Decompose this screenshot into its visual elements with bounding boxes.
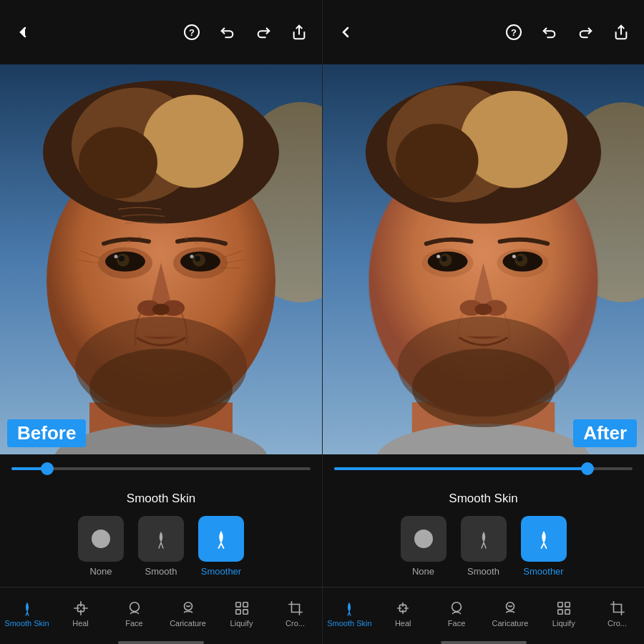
nav-caricature-icon-right	[502, 600, 518, 616]
undo-button-right[interactable]	[540, 22, 560, 42]
option-smoother-icon-right	[521, 516, 567, 562]
svg-point-20	[195, 256, 200, 262]
svg-rect-77	[565, 602, 570, 607]
nav-heal-left[interactable]: Heal	[54, 600, 107, 628]
svg-point-65	[512, 255, 516, 258]
control-title-right: Smooth Skin	[323, 492, 644, 506]
nav-face-icon-left	[127, 600, 142, 616]
control-title-left: Smooth Skin	[0, 492, 322, 506]
help-button-left[interactable]: ?	[182, 22, 202, 42]
back-button-left[interactable]	[13, 22, 33, 42]
image-area-left: Before	[0, 64, 322, 454]
option-buttons-left: None Smooth	[0, 516, 322, 577]
nav-smooth-skin-icon-right	[341, 600, 357, 616]
option-smooth-left[interactable]: Smooth	[138, 516, 184, 577]
svg-rect-76	[557, 602, 562, 607]
nav-crop-icon-right	[610, 600, 625, 616]
slider-fill-right	[334, 467, 587, 470]
nav-crop-label-left: Cro...	[286, 619, 305, 628]
svg-rect-41	[235, 610, 240, 614]
nav-liquify-right[interactable]: Liquify	[537, 600, 590, 628]
svg-point-68	[475, 303, 492, 315]
svg-point-54	[461, 91, 568, 188]
nav-caricature-left[interactable]: Caricature	[161, 600, 215, 628]
svg-text:?: ?	[511, 27, 517, 38]
nav-liquify-label-left: Liquify	[230, 619, 253, 628]
option-none-left[interactable]: None	[78, 516, 124, 577]
nav-smooth-skin-label-left: Smooth Skin	[4, 619, 49, 628]
nav-liquify-icon-right	[556, 600, 572, 616]
svg-point-62	[441, 256, 447, 262]
nav-caricature-label-right: Caricature	[492, 619, 529, 628]
option-smoother-icon-left	[198, 516, 244, 562]
left-panel: ?	[0, 0, 322, 644]
nav-face-right[interactable]: Face	[430, 600, 484, 628]
bottom-nav-right: Smooth Skin Heal Face	[323, 587, 644, 640]
slider-track-right[interactable]	[334, 467, 633, 470]
svg-point-12	[79, 127, 157, 199]
nav-caricature-right[interactable]: Caricature	[483, 600, 537, 628]
nav-heal-icon-left	[73, 600, 89, 616]
option-smooth-label-left: Smooth	[145, 566, 177, 577]
after-label: After	[573, 419, 637, 447]
help-button-right[interactable]: ?	[504, 22, 524, 42]
undo-button-left[interactable]	[218, 22, 238, 42]
nav-face-left[interactable]: Face	[107, 600, 161, 628]
option-smooth-right[interactable]: Smooth	[461, 516, 507, 577]
redo-button-left[interactable]	[253, 22, 273, 42]
controls-right: Smooth Skin None	[323, 483, 644, 587]
svg-text:?: ?	[189, 27, 195, 38]
nav-crop-left[interactable]: Cro...	[268, 600, 322, 628]
nav-heal-right[interactable]: Heal	[376, 600, 430, 628]
share-button-right[interactable]	[611, 22, 631, 42]
slider-right[interactable]	[323, 454, 644, 483]
option-smooth-label-right: Smooth	[467, 566, 499, 577]
slider-thumb-left[interactable]	[41, 462, 54, 475]
svg-point-11	[143, 95, 243, 188]
before-label: Before	[7, 419, 86, 447]
slider-left[interactable]	[0, 454, 322, 483]
back-button-right[interactable]	[336, 22, 356, 42]
svg-point-25	[152, 304, 170, 316]
image-area-right: After	[323, 64, 644, 454]
svg-point-21	[114, 255, 118, 258]
slider-thumb-right[interactable]	[581, 462, 594, 475]
share-button-left[interactable]	[289, 22, 309, 42]
option-smoother-right[interactable]: Smoother	[521, 516, 567, 577]
nav-liquify-label-right: Liquify	[552, 619, 575, 628]
nav-heal-label-right: Heal	[395, 619, 411, 628]
option-smooth-icon-right	[461, 516, 507, 562]
nav-liquify-left[interactable]: Liquify	[215, 600, 268, 628]
nav-smooth-skin-label-right: Smooth Skin	[327, 619, 371, 628]
option-none-icon-right	[401, 516, 447, 562]
option-smoother-left[interactable]: Smoother	[198, 516, 244, 577]
home-bar-left	[118, 641, 204, 644]
option-buttons-right: None Smooth	[323, 516, 644, 577]
svg-point-31	[196, 242, 198, 244]
nav-caricature-label-left: Caricature	[170, 619, 206, 628]
home-indicator-right	[323, 640, 644, 644]
option-none-right[interactable]: None	[401, 516, 447, 577]
svg-rect-42	[243, 610, 247, 614]
nav-face-label-left: Face	[125, 619, 142, 628]
nav-crop-right[interactable]: Cro...	[590, 600, 644, 628]
svg-point-64	[436, 255, 440, 258]
home-bar-right	[441, 641, 527, 644]
right-panel: ?	[322, 0, 644, 644]
nav-smooth-skin-left[interactable]: Smooth Skin	[0, 600, 54, 628]
nav-smooth-skin-right[interactable]: Smooth Skin	[323, 600, 376, 628]
redo-button-right[interactable]	[575, 22, 595, 42]
nav-caricature-icon-left	[180, 600, 196, 616]
svg-point-30	[185, 237, 187, 240]
svg-point-37	[130, 602, 139, 612]
svg-point-29	[139, 235, 141, 238]
slider-track-left[interactable]	[11, 467, 311, 470]
nav-heal-icon-right	[395, 600, 411, 616]
svg-rect-40	[243, 602, 247, 607]
option-none-label-left: None	[89, 566, 112, 577]
bottom-nav-left: Smooth Skin Heal Face	[0, 587, 322, 640]
svg-point-28	[127, 240, 130, 243]
svg-rect-78	[557, 610, 562, 614]
option-none-icon-left	[78, 516, 124, 562]
svg-point-27	[89, 349, 233, 428]
